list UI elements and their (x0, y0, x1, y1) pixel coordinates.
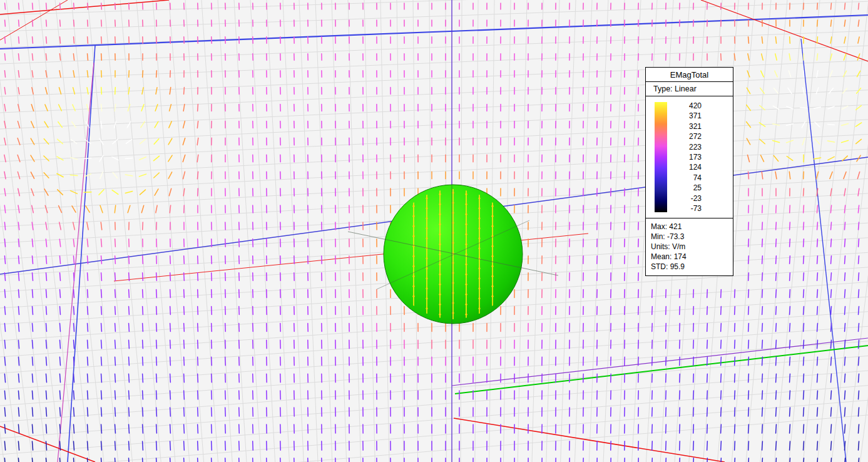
legend-stat-line: Max: 421 (651, 222, 729, 232)
colorbar-tick-label: 321 (670, 123, 702, 130)
colorbar-tick-label: 173 (670, 153, 702, 161)
colorbar (655, 102, 667, 212)
legend-title: EMagTotal (646, 68, 733, 82)
colorbar-tick-label: 272 (670, 133, 702, 140)
legend-stats: Max: 421Min: -73.3Units: V/mMean: 174STD… (646, 218, 733, 275)
colorbar-tick-label: -73 (670, 205, 702, 212)
colorbar-tick-label: 371 (670, 112, 702, 120)
field-legend[interactable]: EMagTotal Type: Linear 42037132127222317… (645, 67, 733, 276)
legend-colorbar-section: 4203713212722231731247425-23-73 (646, 96, 733, 218)
colorbar-tick-label: 74 (670, 174, 702, 182)
colorbar-tick-label: 25 (670, 184, 702, 192)
colorbar-tick-label: 420 (670, 102, 702, 110)
colorbar-tick-label: -23 (670, 195, 702, 202)
legend-stat-line: STD: 95.9 (651, 262, 729, 272)
3d-field-viewport: EMagTotal Type: Linear 42037132127222317… (0, 0, 868, 462)
colorbar-tick-label: 124 (670, 163, 702, 171)
colorbar-tick-labels: 4203713212722231731247425-23-73 (670, 102, 702, 212)
legend-stat-line: Units: V/m (651, 242, 729, 252)
colorbar-tick-label: 223 (670, 143, 702, 151)
legend-stat-line: Min: -73.3 (651, 232, 729, 242)
field-plot-canvas[interactable] (0, 0, 868, 462)
legend-scale-type: Type: Linear (646, 82, 733, 96)
legend-stat-line: Mean: 174 (651, 252, 729, 262)
